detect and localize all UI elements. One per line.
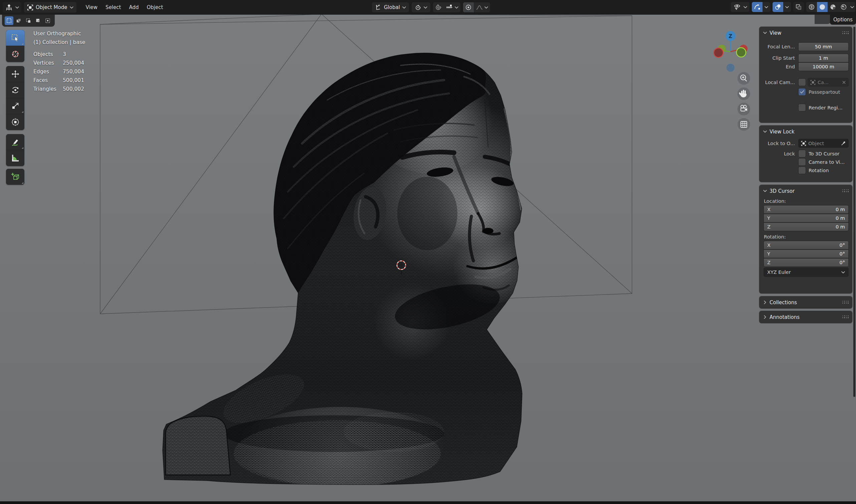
- drag-handle-icon[interactable]: [842, 301, 849, 304]
- proportional-editing-group: [463, 2, 490, 12]
- falloff-dropdown[interactable]: [474, 2, 490, 12]
- editor-type-button[interactable]: [3, 2, 21, 13]
- drag-handle-icon[interactable]: [842, 316, 849, 319]
- panel-collections-header[interactable]: Collections: [759, 296, 852, 308]
- sidebar-scrollbar[interactable]: [853, 27, 855, 397]
- object-visibility-dropdown[interactable]: [731, 2, 750, 12]
- solid-shading-button[interactable]: [817, 2, 827, 12]
- panel-annotations-header[interactable]: Annotations: [759, 311, 852, 323]
- snap-target-dropdown[interactable]: [444, 2, 460, 12]
- wireframe-shading-button[interactable]: [806, 2, 817, 12]
- transform-orientation-dropdown[interactable]: Global: [372, 2, 409, 12]
- menu-add[interactable]: Add: [125, 2, 143, 12]
- add-cube-tool-button[interactable]: [6, 169, 24, 185]
- view-name: User Orthographic: [33, 29, 86, 38]
- rotate-tool-button[interactable]: [6, 82, 24, 98]
- camera-picker-field[interactable]: Ca...: [808, 78, 848, 86]
- drag-handle-icon[interactable]: [842, 190, 849, 193]
- select-mode-extend-button[interactable]: [14, 16, 23, 25]
- focal-length-field[interactable]: 50 mm: [799, 43, 848, 51]
- clip-end-field[interactable]: 10000 m: [799, 63, 848, 71]
- lock-to-object-field[interactable]: Object: [799, 139, 848, 147]
- cursor-tool-button[interactable]: [6, 46, 24, 62]
- measure-tool-button[interactable]: [6, 150, 24, 166]
- pan-button[interactable]: [737, 87, 750, 100]
- lock-rotation-row: Rotation: [759, 167, 852, 174]
- panel-title: View: [770, 30, 782, 36]
- cursor-rotation-y-field[interactable]: Y0°: [764, 250, 848, 258]
- rotation-mode-dropdown[interactable]: XYZ Euler: [764, 268, 848, 276]
- annotate-tool-button[interactable]: [6, 134, 24, 150]
- overlays-dropdown[interactable]: [783, 2, 791, 12]
- ortho-grid-button[interactable]: [737, 118, 750, 131]
- xray-toggle[interactable]: [793, 2, 804, 12]
- stat-row: Objects3: [33, 50, 86, 59]
- menu-view[interactable]: View: [82, 2, 102, 12]
- cursor-tool-icon: [11, 50, 20, 58]
- passepartout-checkbox[interactable]: [799, 88, 806, 95]
- chevron-down-icon: [70, 6, 73, 9]
- axis-x-neg-ball[interactable]: [714, 48, 723, 57]
- panel-3d-cursor: 3D Cursor Location: X0 m Y0 m Z0 m Rotat…: [759, 185, 852, 293]
- axis-y-neg-ball[interactable]: [736, 48, 746, 57]
- menu-select[interactable]: Select: [102, 2, 125, 12]
- cursor-location-y-field[interactable]: Y0 m: [764, 214, 848, 222]
- cursor-location-z-field[interactable]: Z0 m: [764, 223, 848, 231]
- select-mode-subtract-button[interactable]: [24, 16, 33, 25]
- proportional-editing-toggle[interactable]: [463, 2, 474, 12]
- cursor-rotation-x-field[interactable]: X0°: [764, 241, 848, 249]
- scale-tool-button[interactable]: [6, 98, 24, 114]
- render-region-checkbox[interactable]: [799, 104, 806, 111]
- to-3d-cursor-checkbox[interactable]: [799, 150, 806, 157]
- local-camera-checkbox[interactable]: [799, 79, 806, 86]
- rendered-shading-button[interactable]: [838, 2, 849, 12]
- move-tool-button[interactable]: [6, 66, 24, 82]
- select-subtract-icon: [26, 18, 31, 23]
- tweak-tool-icon: [11, 34, 20, 42]
- cursor-location-x-field[interactable]: X0 m: [764, 205, 848, 214]
- select-mode-new-button[interactable]: [5, 16, 13, 25]
- panel-view-header[interactable]: View: [759, 27, 852, 39]
- chevron-down-icon: [763, 32, 767, 34]
- drag-handle-icon[interactable]: [842, 31, 849, 35]
- bust-mesh-object[interactable]: [162, 53, 544, 487]
- select-mode-invert-button[interactable]: [34, 16, 42, 25]
- chevron-down-icon: [402, 6, 406, 9]
- menu-object[interactable]: Object: [143, 2, 167, 12]
- select-invert-icon: [35, 18, 41, 23]
- panel-annotations: Annotations: [759, 311, 852, 323]
- axis-gizmo[interactable]: Z: [714, 31, 748, 72]
- pivot-point-dropdown[interactable]: [412, 2, 430, 12]
- shading-dropdown[interactable]: [849, 2, 855, 12]
- panel-view-lock: View Lock Lock to O... Object Lock To 3D…: [759, 125, 852, 182]
- clip-start-field[interactable]: 1 m: [799, 54, 848, 62]
- close-icon[interactable]: [842, 80, 846, 84]
- camera-to-view-checkbox[interactable]: [799, 159, 806, 165]
- annotate-tool-icon: [11, 138, 20, 146]
- tweak-tool-button[interactable]: [6, 30, 24, 46]
- cursor-rotation-z-field[interactable]: Z0°: [764, 258, 848, 267]
- lock-rotation-checkbox[interactable]: [799, 167, 806, 174]
- rotation-label: Rotation:: [759, 233, 852, 240]
- toolbar-corner: [815, 15, 831, 24]
- zoom-button[interactable]: [737, 72, 750, 85]
- material-shading-button[interactable]: [827, 2, 838, 12]
- snap-toggle-button[interactable]: [433, 2, 444, 12]
- panel-3d-cursor-header[interactable]: 3D Cursor: [759, 185, 852, 197]
- axis-z-neg-ball[interactable]: [727, 64, 734, 72]
- gizmo-dropdown[interactable]: [763, 2, 770, 12]
- viewport-header: Object Mode View Select Add Object Globa…: [0, 0, 856, 15]
- camera-view-button[interactable]: [737, 103, 750, 115]
- select-mode-intersect-button[interactable]: [43, 16, 52, 25]
- eyedropper-icon[interactable]: [841, 141, 846, 146]
- mode-selector[interactable]: Object Mode: [24, 2, 76, 13]
- show-gizmo-toggle[interactable]: [752, 2, 763, 12]
- axis-z-label: Z: [729, 33, 732, 39]
- show-overlays-toggle[interactable]: [772, 2, 783, 12]
- panel-view-lock-header[interactable]: View Lock: [759, 125, 852, 138]
- options-button[interactable]: Options: [830, 15, 856, 25]
- rendered-shading-icon: [840, 4, 847, 10]
- subtool-indicator: [22, 182, 23, 184]
- transform-tool-button[interactable]: [6, 114, 24, 130]
- chevron-down-icon: [785, 6, 789, 8]
